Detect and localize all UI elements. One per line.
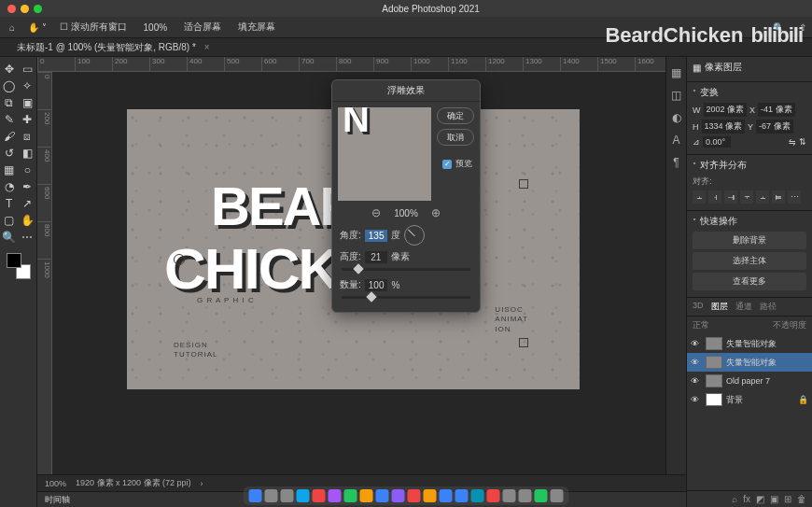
angle-input[interactable]: 135 [365,230,388,242]
layer-tab[interactable]: 3D [693,301,704,313]
path-tool-icon[interactable]: ↗ [19,195,37,212]
height-field[interactable]: 1334 像素 [702,120,746,134]
dock-app-icon[interactable] [471,489,484,502]
mac-dock[interactable] [244,486,569,505]
search-icon[interactable]: 🔍 [773,22,784,33]
hand-tool-icon[interactable]: ✋ ˅ [28,22,47,33]
layer-mask-icon[interactable]: ◩ [756,494,764,504]
color-swatches[interactable] [5,253,33,279]
artboard-tool-icon[interactable]: ▭ [19,61,37,77]
type-tool-icon[interactable]: T [0,195,19,212]
align-left-icon[interactable]: ⫠ [693,190,706,204]
link-layers-icon[interactable]: ⌕ [732,494,737,504]
visibility-icon[interactable]: 👁 [691,395,702,404]
amount-slider[interactable] [342,296,470,299]
document-tab[interactable]: 未标题-1 @ 100% (失量智能对象, RGB/8) * × [9,41,217,54]
visibility-icon[interactable]: 👁 [691,339,702,348]
layer-tab[interactable]: 通道 [735,301,752,313]
home-icon[interactable]: ⌂ [6,21,19,34]
visibility-icon[interactable]: 👁 [691,358,702,367]
eraser-tool-icon[interactable]: ◧ [19,145,37,162]
preview-checkbox[interactable]: ✓ 预览 [442,158,472,170]
zoom-tool-icon[interactable]: 🔍 [0,229,19,246]
heal-tool-icon[interactable]: ✚ [19,111,37,128]
layer-fx-icon[interactable]: fx [743,494,750,504]
dock-app-icon[interactable] [424,489,437,502]
eyedropper-tool-icon[interactable]: ✎ [0,111,19,128]
zoom-in-icon[interactable]: ⊕ [431,206,441,219]
crop-tool-icon[interactable]: ⧉ [0,94,19,111]
cancel-button[interactable]: 取消 [437,129,474,146]
layer-row[interactable]: 👁失量智能对象 [687,353,812,372]
status-more-icon[interactable]: › [201,479,203,488]
dock-app-icon[interactable] [519,489,532,502]
edit-toolbar-icon[interactable]: ⋯ [19,229,37,246]
new-group-icon[interactable]: ▣ [770,494,778,504]
gradient-tool-icon[interactable]: ▦ [0,162,19,178]
dock-app-icon[interactable] [408,489,421,502]
align-bottom-icon[interactable]: ⫢ [772,190,785,204]
brush-tool-icon[interactable]: 🖌 [0,128,19,145]
dock-app-icon[interactable] [265,489,278,502]
align-top-icon[interactable]: ⫟ [740,190,753,204]
align-more-icon[interactable]: ⋯ [788,190,801,204]
dock-app-icon[interactable] [440,489,453,502]
align-right-icon[interactable]: ⫣ [724,190,737,204]
layer-row[interactable]: 👁Old paper 7 [687,372,812,390]
minimize-window-icon[interactable] [21,5,29,13]
height-input[interactable]: 21 [365,251,387,263]
close-window-icon[interactable] [7,5,16,13]
dock-app-icon[interactable] [376,489,389,502]
dock-app-icon[interactable] [329,489,342,502]
y-field[interactable]: -67 像素 [756,120,793,134]
dock-app-icon[interactable] [360,489,373,502]
collapse-icon[interactable]: ˅ [693,218,696,226]
blend-mode-select[interactable]: 正常 [693,319,709,331]
dock-app-icon[interactable] [297,489,310,502]
dock-app-icon[interactable] [313,489,326,502]
collapse-icon[interactable]: ˅ [693,162,696,170]
lasso-tool-icon[interactable]: ◯ [0,77,19,94]
dock-app-icon[interactable] [503,489,516,502]
adjustments-panel-icon[interactable]: ◐ [672,111,681,124]
paragraph-panel-icon[interactable]: ¶ [673,156,679,169]
share-icon[interactable]: ⇪ [799,22,806,33]
collapse-icon[interactable]: ˅ [693,89,696,97]
ruler-vertical[interactable]: 02004006008001000 [37,72,52,474]
dock-app-icon[interactable] [344,489,357,502]
close-tab-icon[interactable]: × [204,42,210,52]
shape-tool-icon[interactable]: ▢ [0,212,19,229]
align-hcenter-icon[interactable]: ⫞ [708,190,721,204]
width-field[interactable]: 2002 像素 [704,103,748,117]
color-panel-icon[interactable]: ▦ [671,66,681,79]
rotate-field[interactable]: 0.00° [703,136,731,148]
delete-layer-icon[interactable]: 🗑 [797,494,806,504]
wand-tool-icon[interactable]: ✧ [19,77,37,94]
fill-screen-button[interactable]: 填充屏幕 [234,21,279,34]
x-field[interactable]: -41 像素 [758,103,795,117]
align-vcenter-icon[interactable]: ⫠ [756,190,769,204]
dock-app-icon[interactable] [455,489,469,502]
layer-row[interactable]: 👁背景🔒 [687,390,812,409]
visibility-icon[interactable]: 👁 [691,376,702,386]
layer-tab[interactable]: 图层 [711,301,728,313]
blur-tool-icon[interactable]: ○ [19,162,37,178]
dock-app-icon[interactable] [249,489,262,502]
scroll-all-checkbox[interactable]: ☐ 滚动所有窗口 [56,21,131,34]
history-brush-icon[interactable]: ↺ [0,145,19,162]
angle-dial[interactable] [404,225,425,246]
move-tool-icon[interactable]: ✥ [0,61,19,77]
flip-v-icon[interactable]: ⇅ [799,137,806,147]
dodge-tool-icon[interactable]: ◔ [0,178,19,195]
ok-button[interactable]: 确定 [437,107,474,124]
flip-h-icon[interactable]: ⇋ [789,137,796,147]
stamp-tool-icon[interactable]: ⧇ [19,128,37,145]
dock-app-icon[interactable] [392,489,405,502]
dock-app-icon[interactable] [487,489,500,502]
frame-tool-icon[interactable]: ▣ [19,94,37,111]
dock-app-icon[interactable] [281,489,294,502]
zoom-value[interactable]: 100% [140,22,172,33]
amount-input[interactable]: 100 [365,279,388,291]
swatches-panel-icon[interactable]: ◫ [671,89,681,102]
maximize-window-icon[interactable] [34,5,42,13]
